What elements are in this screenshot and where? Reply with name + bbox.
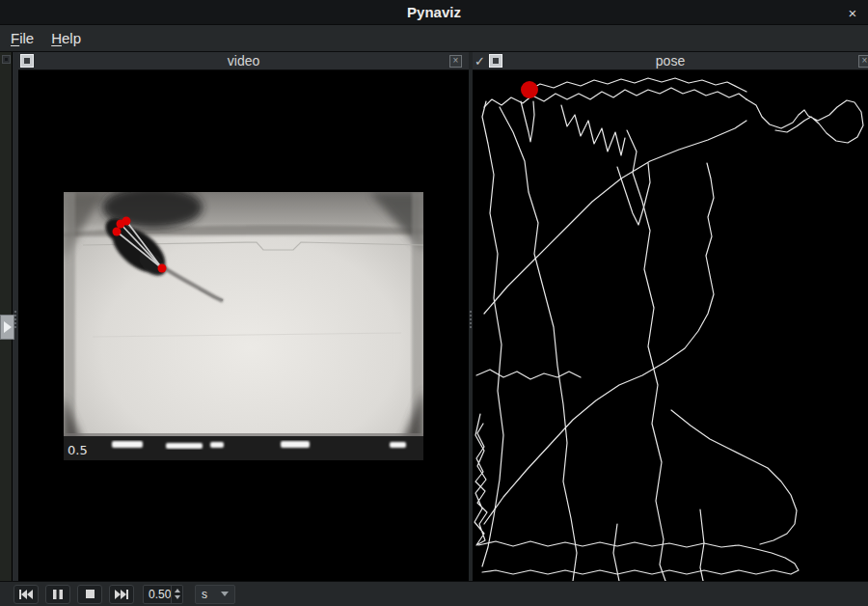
pause-button[interactable] bbox=[45, 585, 70, 604]
video-panel-mode-icon[interactable] bbox=[20, 54, 34, 68]
close-window-icon[interactable]: × bbox=[844, 4, 861, 21]
pause-icon bbox=[53, 590, 63, 599]
pose-panel-mode-icon[interactable] bbox=[489, 54, 502, 68]
splitter-grip bbox=[14, 311, 16, 328]
stop-button[interactable] bbox=[77, 585, 102, 604]
video-panel-title: video bbox=[228, 54, 259, 68]
spinbox-steppers[interactable] bbox=[171, 586, 182, 603]
pose-canvas[interactable] bbox=[473, 70, 868, 581]
video-canvas[interactable]: 0.5 bbox=[18, 70, 469, 581]
titlebar: Pynaviz × bbox=[0, 0, 868, 25]
playback-toolbar: 0.50 s bbox=[0, 581, 868, 606]
sync-check-icon[interactable]: ✓ bbox=[475, 55, 485, 68]
video-timestamp: 0.5 bbox=[68, 443, 88, 457]
dock-expand-arrow-button[interactable] bbox=[0, 315, 14, 340]
pose-panel: ✓ pose × bbox=[473, 52, 868, 581]
menu-help[interactable]: Help bbox=[42, 25, 90, 51]
pose-panel-header: ✓ pose × bbox=[473, 52, 868, 70]
skip-forward-icon bbox=[115, 590, 128, 599]
speed-spinbox[interactable]: 0.50 bbox=[143, 585, 183, 604]
skip-forward-button[interactable] bbox=[109, 585, 134, 604]
pose-trajectory-plot bbox=[473, 70, 868, 581]
pose-current-marker bbox=[521, 81, 538, 98]
speed-value: 0.50 bbox=[144, 588, 171, 601]
pose-panel-close-icon[interactable]: × bbox=[858, 55, 868, 68]
video-image bbox=[64, 192, 423, 460]
video-panel: video × bbox=[18, 52, 469, 581]
unit-value: s bbox=[202, 588, 207, 601]
chevron-down-icon bbox=[221, 592, 229, 596]
stop-icon bbox=[86, 590, 95, 598]
video-panel-header: video × bbox=[18, 52, 469, 70]
main-area: video × bbox=[0, 52, 868, 581]
dock-mini-icon[interactable] bbox=[2, 55, 11, 64]
skip-backward-icon bbox=[19, 590, 33, 599]
video-frame: 0.5 bbox=[64, 192, 423, 460]
menu-file[interactable]: File bbox=[2, 25, 42, 51]
video-panel-close-icon[interactable]: × bbox=[449, 55, 462, 68]
skip-backward-button[interactable] bbox=[14, 585, 39, 604]
splitter-grip bbox=[470, 311, 472, 328]
pose-panel-title: pose bbox=[656, 54, 685, 68]
window-title: Pynaviz bbox=[407, 4, 461, 20]
unit-dropdown[interactable]: s bbox=[195, 585, 235, 604]
menubar: File Help bbox=[0, 25, 868, 52]
spin-down-icon[interactable] bbox=[175, 595, 180, 599]
spin-up-icon[interactable] bbox=[175, 589, 180, 592]
